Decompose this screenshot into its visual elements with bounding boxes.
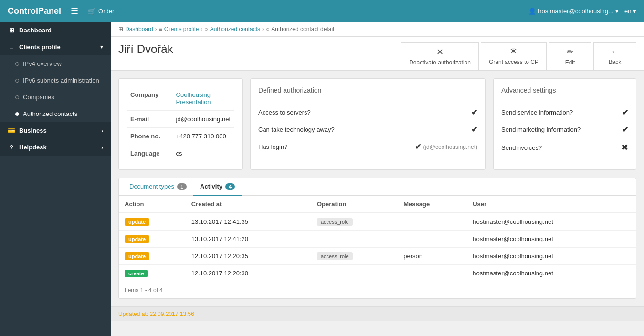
company-label: Company [127, 86, 172, 111]
advanced-settings-title: Advanced settings [501, 86, 628, 98]
language-value: cs [172, 145, 234, 162]
defined-auth-title: Defined authorization [258, 86, 477, 98]
action-cell: update [119, 213, 186, 231]
cart-icon: 🛒 [88, 8, 95, 15]
order-nav-item[interactable]: 🛒 Order [88, 8, 114, 15]
created-at-cell: 13.10.2017 12:41:35 [186, 213, 311, 231]
phone-value: +420 777 310 000 [172, 128, 234, 145]
breadcrumb-dashboard[interactable]: Dashboard [125, 26, 153, 32]
table-row: update 12.10.2017 12:20:35 access_role p… [119, 248, 636, 265]
user-cell: hostmaster@coolhousing.net [467, 213, 636, 231]
chevron-right-icon: › [101, 145, 103, 150]
sidebar-item-authorized-contacts[interactable]: Authorized contacts [0, 105, 111, 122]
user-cell: hostmaster@coolhousing.net [467, 265, 636, 282]
edit-button[interactable]: ✏ Edit [549, 42, 591, 70]
company-value[interactable]: Coolhousing Presentation [176, 91, 211, 105]
created-at-cell: 12.10.2017 12:20:35 [186, 248, 311, 265]
breadcrumb-icon2: ≡ [159, 26, 162, 32]
lang-chevron-icon: ▾ [633, 8, 636, 15]
sidebar-item-ipv4[interactable]: IPv4 overview [0, 55, 111, 72]
action-cell: create [119, 265, 186, 282]
back-label: Back [609, 59, 622, 65]
action-cell: update [119, 231, 186, 248]
user-icon: 👤 [528, 8, 536, 15]
sidebar-item-helpdesk[interactable]: ? Helpdesk › [0, 139, 111, 156]
question-icon: ? [8, 144, 15, 151]
breadcrumb-sep: › [201, 26, 202, 32]
sidebar-item-dashboard[interactable]: ⊞ Dashboard [0, 22, 111, 39]
auth-row-has-login: Has login? ✔ (jd@coolhousing.net) [258, 138, 477, 155]
adv-row-service-info: Send service information? ✔ [501, 104, 628, 121]
language-selector[interactable]: en ▾ [624, 8, 636, 15]
menu-icon[interactable]: ☰ [71, 6, 78, 16]
check-no-icon: ✖ [621, 142, 628, 153]
sidebar-item-label: IPv4 overview [23, 60, 103, 67]
top-nav: ControlPanel ☰ 🛒 Order 👤 hostmaster@cool… [0, 0, 644, 22]
edit-icon: ✏ [567, 47, 574, 57]
content-bottom: Document types 1 Activity 4 Action Creat… [111, 178, 644, 306]
defined-auth-card: Defined authorization Access to servers?… [250, 78, 486, 170]
phone-label: Phone no. [127, 128, 172, 145]
auth-row-access-servers: Access to servers? ✔ [258, 104, 477, 121]
message-cell [398, 231, 467, 248]
user-cell: hostmaster@coolhousing.net [467, 248, 636, 265]
col-action: Action [119, 196, 186, 213]
layout: ⊞ Dashboard ≡ Clients profile ▾ IPv4 ove… [0, 22, 644, 336]
action-badge: update [125, 218, 149, 226]
action-cell: update [119, 248, 186, 265]
user-menu[interactable]: 👤 hostmaster@coolhousing... ▾ [528, 8, 619, 15]
back-button[interactable]: ← Back [593, 42, 636, 70]
table-row: update 13.10.2017 12:41:35 access_role h… [119, 213, 636, 231]
col-operation: Operation [311, 196, 398, 213]
language-label: Language [127, 145, 172, 162]
nav-dot [15, 95, 19, 99]
check-yes-icon: ✔ [622, 125, 628, 134]
tab-content-activity: Action Created at Operation Message User… [119, 196, 636, 298]
nav-dot [15, 79, 19, 83]
tab-activity[interactable]: Activity 4 [193, 178, 242, 196]
operation-cell [311, 265, 398, 282]
content-top: Company Coolhousing Presentation E-mail … [111, 71, 644, 178]
sidebar-item-clients-profile[interactable]: ≡ Clients profile ▾ [0, 39, 111, 55]
tab-label: Document types [129, 183, 174, 190]
contact-info-table: Company Coolhousing Presentation E-mail … [127, 86, 234, 162]
deactivate-authorization-button[interactable]: ✕ Deactivate authorization [401, 42, 479, 70]
table-row: Language cs [127, 145, 234, 162]
main-content: ⊞ Dashboard › ≡ Clients profile › ○ Auth… [111, 22, 644, 336]
edit-label: Edit [565, 59, 575, 66]
breadcrumb-authorized-contacts[interactable]: Authorized contacts [210, 26, 260, 32]
sidebar-item-label: Clients profile [19, 43, 96, 51]
auth-row-take-technology: Can take technology away? ✔ [258, 121, 477, 138]
sidebar-item-label: IPv6 subnets administration [23, 77, 103, 84]
user-chevron-icon: ▾ [615, 8, 619, 15]
tab-label: Activity [200, 183, 222, 190]
tab-document-types[interactable]: Document types 1 [123, 178, 193, 196]
sidebar: ⊞ Dashboard ≡ Clients profile ▾ IPv4 ove… [0, 22, 111, 336]
breadcrumb-sep: › [155, 26, 157, 32]
message-cell: person [398, 248, 467, 265]
sidebar-item-companies[interactable]: Companies [0, 89, 111, 105]
breadcrumb-current: Authorized contact detail [271, 26, 334, 32]
page-footer: Updated at: 22.09.2017 13:56 [111, 306, 644, 321]
chevron-right-icon: › [101, 128, 103, 134]
operation-cell: access_role [311, 248, 398, 265]
message-cell [398, 265, 467, 282]
page-title: Jiří Dvořák [118, 42, 173, 62]
tab-badge: 1 [177, 183, 187, 190]
sidebar-item-business[interactable]: 💳 Business › [0, 122, 111, 139]
table-row: Company Coolhousing Presentation [127, 86, 234, 111]
deactivate-icon: ✕ [436, 47, 443, 57]
email-value: jd@coolhousing.net [172, 111, 234, 128]
sidebar-item-ipv6[interactable]: IPv6 subnets administration [0, 72, 111, 89]
deactivate-label: Deactivate authorization [409, 59, 471, 66]
breadcrumb: ⊞ Dashboard › ≡ Clients profile › ○ Auth… [111, 22, 644, 37]
created-at-cell: 13.10.2017 12:41:20 [186, 231, 311, 248]
grant-access-button[interactable]: 👁 Grant access to CP [481, 42, 547, 70]
login-info: (jd@coolhousing.net) [423, 144, 477, 150]
breadcrumb-clients-profile[interactable]: Clients profile [164, 26, 199, 32]
table-row: update 13.10.2017 12:41:20 hostmaster@co… [119, 231, 636, 248]
breadcrumb-icon4: ○ [266, 26, 269, 32]
check-yes-icon: ✔ [471, 125, 477, 134]
check-yes-icon: ✔ [622, 108, 628, 117]
sidebar-item-label: Companies [23, 94, 103, 101]
